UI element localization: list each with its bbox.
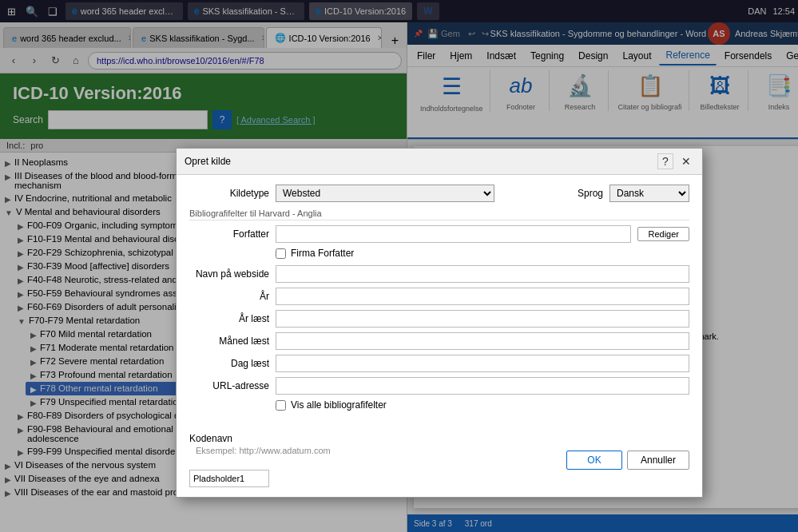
firma-forfatter-checkbox[interactable]	[276, 248, 286, 259]
forfatter-row: Forfatter Rediger	[189, 225, 689, 243]
sprog-row: Sprog Dansk	[523, 185, 689, 202]
field-navn-input[interactable]	[276, 265, 689, 283]
dialog-titlebar: Opret kilde ? ✕	[177, 149, 702, 175]
field-dag-input[interactable]	[276, 355, 689, 372]
forfatter-input[interactable]	[276, 225, 631, 243]
dialog-footer-left: Kodenavn Eksempel: http://www.adatum.com	[189, 433, 560, 487]
dialog-footer-right: OK Annuller	[566, 451, 689, 470]
kildetype-label: Kildetype	[189, 188, 269, 199]
dialog-title: Opret kilde	[185, 156, 231, 167]
kodenavn-example: Eksempel: http://www.adatum.com	[196, 446, 331, 455]
vis-alle-row: Vis alle bibliografifelter	[276, 399, 689, 411]
field-aarlaest-input[interactable]	[276, 310, 689, 328]
field-aarlaest-label: År læst	[189, 313, 269, 324]
firma-forfatter-label: Firma Forfatter	[291, 248, 354, 259]
pladsholder-input[interactable]	[189, 470, 269, 487]
field-url-row: URL-adresse	[189, 377, 689, 395]
dialog-overlay: Opret kilde ? ✕ Kildetype Websted Sprog …	[0, 0, 798, 532]
dialog-content: Kildetype Websted Sprog Dansk Bibliograf…	[177, 175, 702, 427]
dialog-kildetype-row: Kildetype Websted Sprog Dansk	[189, 185, 689, 202]
dialog-close-btn[interactable]: ✕	[678, 153, 694, 169]
field-dag-row: Dag læst	[189, 355, 689, 372]
field-maaned-label: Måned læst	[189, 335, 269, 347]
ok-btn[interactable]: OK	[566, 451, 622, 470]
field-url-input[interactable]	[276, 377, 689, 395]
field-aar-input[interactable]	[276, 288, 689, 305]
field-dag-label: Dag læst	[189, 358, 269, 369]
field-navn-row: Navn på webside	[189, 265, 689, 283]
forfatter-label: Forfatter	[189, 228, 269, 240]
vis-alle-checkbox[interactable]	[276, 400, 286, 411]
annuller-btn[interactable]: Annuller	[627, 451, 689, 470]
dialog-footer: Kodenavn Eksempel: http://www.adatum.com…	[177, 427, 702, 497]
field-aarlaest-row: År læst	[189, 310, 689, 328]
opret-kilde-dialog: Opret kilde ? ✕ Kildetype Websted Sprog …	[176, 148, 703, 498]
field-aar-label: År	[189, 291, 269, 302]
kildetype-select[interactable]: Websted	[276, 185, 494, 202]
dialog-help-btn[interactable]: ?	[657, 153, 673, 169]
vis-alle-label: Vis alle bibliografifelter	[291, 399, 387, 411]
sprog-label: Sprog	[523, 188, 603, 199]
rediger-btn[interactable]: Rediger	[637, 227, 689, 241]
field-maaned-input[interactable]	[276, 332, 689, 350]
field-aar-row: År	[189, 288, 689, 305]
firma-forfatter-row: Firma Forfatter	[276, 248, 689, 259]
field-navn-label: Navn på webside	[189, 268, 269, 280]
bibliografi-section: Bibliografifelter til Harvard - Anglia	[189, 208, 689, 220]
sprog-select[interactable]: Dansk	[609, 185, 689, 202]
kodenavn-label: Kodenavn	[189, 433, 232, 444]
field-url-label: URL-adresse	[189, 380, 269, 391]
field-maaned-row: Måned læst	[189, 332, 689, 350]
